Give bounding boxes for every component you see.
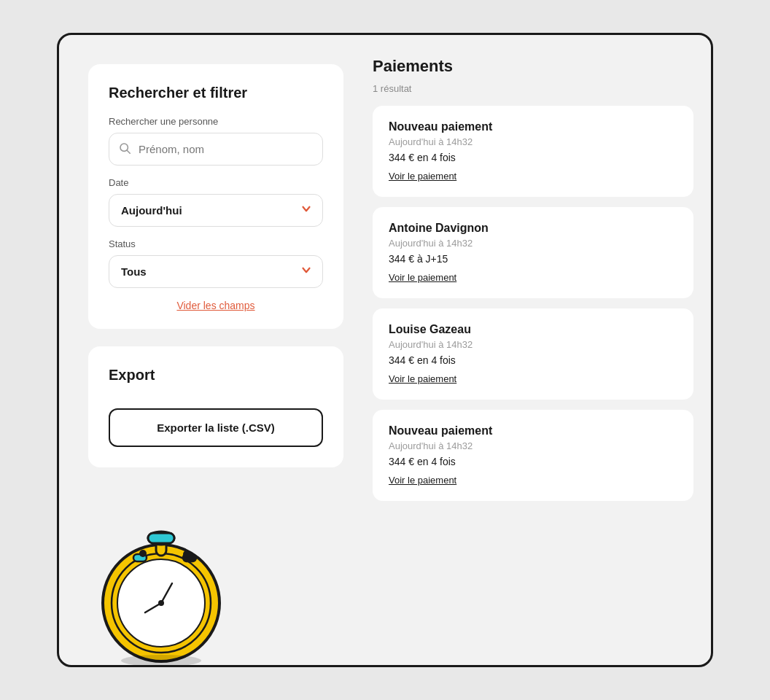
payment-amount-2: 344 € en 4 fois <box>389 354 677 366</box>
date-select-wrapper: Aujourd'hui Cette semaine Ce mois <box>109 194 323 227</box>
search-input[interactable] <box>109 133 323 166</box>
right-panel: Paiements 1 résultat Nouveau paiement Au… <box>365 35 711 665</box>
payment-card-1: Antoine Davignon Aujourd'hui à 14h32 344… <box>373 207 693 298</box>
payment-link-1[interactable]: Voir le paiement <box>389 272 456 283</box>
payment-amount-1: 344 € à J+15 <box>389 253 677 265</box>
filter-title: Rechercher et filtrer <box>109 85 323 101</box>
payment-date-2: Aujourd'hui à 14h32 <box>389 339 677 350</box>
payment-link-0[interactable]: Voir le paiement <box>389 171 456 182</box>
payment-date-0: Aujourd'hui à 14h32 <box>389 136 677 147</box>
export-csv-button[interactable]: Exporter la liste (.CSV) <box>109 408 323 447</box>
payment-name-3: Nouveau paiement <box>389 424 677 438</box>
payment-card-0: Nouveau paiement Aujourd'hui à 14h32 344… <box>373 106 693 197</box>
app-window: Rechercher et filtrer Rechercher une per… <box>57 33 713 667</box>
payment-amount-0: 344 € en 4 fois <box>389 152 677 163</box>
result-count: 1 résultat <box>373 83 693 94</box>
search-icon <box>119 142 131 157</box>
payment-name-1: Antoine Davignon <box>389 222 677 235</box>
status-select[interactable]: Tous En attente Validé Annulé <box>109 255 323 288</box>
status-select-wrapper: Tous En attente Validé Annulé <box>109 255 323 288</box>
payment-name-2: Louise Gazeau <box>389 323 677 336</box>
right-panel-inner: Paiements 1 résultat Nouveau paiement Au… <box>365 57 693 501</box>
person-label: Rechercher une personne <box>109 116 323 127</box>
payment-amount-3: 344 € en 4 fois <box>389 456 677 467</box>
payment-card-2: Louise Gazeau Aujourd'hui à 14h32 344 € … <box>373 308 693 400</box>
filter-section: Rechercher et filtrer Rechercher une per… <box>88 64 343 329</box>
payment-card-3: Nouveau paiement Aujourd'hui à 14h32 344… <box>373 410 693 501</box>
export-section: Export Exporter la liste (.CSV) <box>88 346 343 467</box>
svg-line-1 <box>127 150 130 153</box>
export-title: Export <box>109 367 323 384</box>
date-label: Date <box>109 177 323 188</box>
payment-link-2[interactable]: Voir le paiement <box>389 373 456 384</box>
search-input-wrapper <box>109 133 323 166</box>
payment-date-3: Aujourd'hui à 14h32 <box>389 440 677 451</box>
left-panel: Rechercher et filtrer Rechercher une per… <box>59 35 365 665</box>
page-title: Paiements <box>373 57 693 76</box>
payment-name-0: Nouveau paiement <box>389 120 677 133</box>
status-label: Status <box>109 238 323 249</box>
payment-date-1: Aujourd'hui à 14h32 <box>389 238 677 249</box>
payment-link-3[interactable]: Voir le paiement <box>389 475 456 486</box>
date-select[interactable]: Aujourd'hui Cette semaine Ce mois <box>109 194 323 227</box>
clear-fields-link[interactable]: Vider les champs <box>109 300 323 311</box>
